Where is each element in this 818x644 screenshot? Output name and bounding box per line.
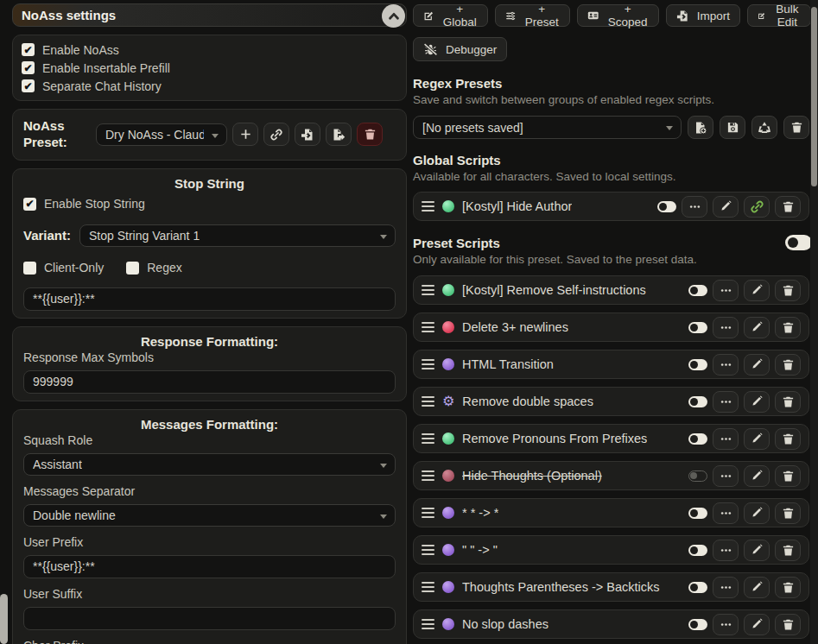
checkbox-checked-icon[interactable]: ✔ (23, 198, 36, 211)
script-edit-button[interactable] (744, 540, 770, 561)
client-only-option[interactable]: Client-Only (23, 259, 104, 277)
script-enable-toggle[interactable] (657, 201, 676, 212)
script-delete-button[interactable] (775, 391, 801, 413)
script-delete-button[interactable] (775, 196, 801, 218)
script-more-button[interactable] (713, 354, 739, 376)
script-edit-button[interactable] (744, 391, 770, 413)
variant-select[interactable]: Stop String Variant 1 (79, 224, 396, 247)
drag-handle-icon[interactable] (422, 545, 434, 555)
checkbox-checked-icon[interactable]: ✔ (22, 43, 35, 56)
right-scrollbar-track[interactable] (810, 0, 818, 644)
user-prefix-input[interactable] (23, 555, 396, 578)
script-enable-toggle[interactable] (688, 545, 707, 556)
debugger-button[interactable]: Debugger (413, 37, 507, 61)
link-preset-button[interactable] (263, 123, 289, 146)
script-delete-button[interactable] (775, 540, 801, 561)
script-more-button[interactable] (713, 391, 739, 413)
preset-scripts-toggle[interactable] (785, 235, 812, 250)
script-more-button[interactable] (713, 577, 739, 598)
script-delete-button[interactable] (775, 502, 801, 524)
drag-handle-icon[interactable] (422, 322, 434, 332)
save-regex-preset-button[interactable] (720, 116, 745, 139)
drag-handle-icon[interactable] (422, 582, 434, 592)
script-edit-button[interactable] (744, 428, 770, 450)
script-more-button[interactable] (713, 465, 739, 487)
delete-regex-preset-button[interactable] (783, 116, 809, 139)
regex-option[interactable]: Regex (126, 259, 181, 277)
script-more-button[interactable] (682, 196, 707, 218)
script-link-button[interactable] (744, 196, 770, 218)
separate-chat-history-option[interactable]: ✔ Separate Chat History (22, 77, 397, 95)
checkbox-unchecked-icon[interactable] (126, 262, 139, 275)
script-enable-toggle[interactable] (688, 582, 707, 593)
script-enable-toggle[interactable] (688, 396, 707, 407)
drag-handle-icon[interactable] (422, 470, 434, 481)
script-edit-button[interactable] (744, 354, 770, 376)
script-edit-button[interactable] (744, 502, 770, 524)
response-max-symbols-input[interactable] (23, 370, 396, 394)
script-delete-button[interactable] (775, 280, 801, 301)
add-global-button[interactable]: + Global (413, 4, 488, 27)
drag-handle-icon[interactable] (422, 201, 434, 212)
left-scrollbar-thumb[interactable] (0, 594, 8, 644)
drag-handle-icon[interactable] (422, 619, 434, 629)
squash-role-select[interactable]: Assistant (23, 453, 396, 476)
preset-scripts-list: [Kostyl] Remove Self-instructions Delete… (413, 275, 809, 639)
import-scripts-button[interactable]: Import (666, 4, 740, 27)
restore-regex-preset-button[interactable] (751, 116, 777, 139)
stop-string-input[interactable] (23, 287, 396, 311)
script-enable-toggle[interactable] (688, 285, 707, 296)
checkbox-unchecked-icon[interactable] (23, 262, 36, 275)
export-preset-button[interactable] (326, 123, 352, 146)
script-delete-button[interactable] (775, 614, 801, 635)
script-more-button[interactable] (713, 540, 739, 561)
drag-handle-icon[interactable] (422, 285, 434, 295)
enable-noass-option[interactable]: ✔ Enable NoAss (22, 41, 397, 59)
checkbox-checked-icon[interactable]: ✔ (22, 61, 35, 74)
script-more-button[interactable] (713, 428, 739, 450)
drag-handle-icon[interactable] (422, 433, 434, 444)
regex-preset-select[interactable]: [No presets saved] (413, 116, 682, 139)
bulk-edit-button[interactable]: Bulk Edit (747, 4, 811, 27)
script-delete-button[interactable] (775, 354, 801, 376)
user-suffix-input[interactable] (23, 607, 396, 630)
script-delete-button[interactable] (775, 577, 801, 598)
new-regex-preset-button[interactable] (688, 116, 713, 139)
script-edit-button[interactable] (744, 577, 770, 598)
messages-separator-select[interactable]: Double newline (23, 504, 396, 527)
drag-handle-icon[interactable] (422, 396, 434, 407)
script-enable-toggle[interactable] (688, 470, 707, 482)
script-edit-button[interactable] (744, 280, 770, 301)
script-enable-toggle[interactable] (688, 322, 707, 333)
script-delete-button[interactable] (775, 317, 801, 338)
script-more-button[interactable] (713, 280, 739, 301)
script-more-button[interactable] (713, 317, 739, 338)
script-delete-button[interactable] (775, 465, 801, 487)
script-enable-toggle[interactable] (688, 619, 707, 630)
drag-handle-icon[interactable] (422, 508, 434, 518)
collapse-button[interactable] (382, 4, 405, 28)
new-preset-button[interactable] (232, 123, 258, 146)
script-edit-button[interactable] (744, 465, 770, 487)
enable-insertable-prefill-option[interactable]: ✔ Enable Insertable Prefill (22, 59, 397, 77)
script-enable-toggle[interactable] (688, 433, 707, 445)
script-edit-button[interactable] (713, 196, 739, 218)
script-delete-button[interactable] (775, 428, 801, 450)
script-more-button[interactable] (713, 614, 739, 635)
script-enable-toggle[interactable] (688, 359, 707, 370)
trash-icon (782, 432, 795, 445)
import-preset-button[interactable] (295, 123, 320, 146)
script-edit-button[interactable] (744, 614, 770, 635)
checkbox-checked-icon[interactable]: ✔ (22, 79, 35, 92)
add-preset-button[interactable]: + Preset (495, 4, 570, 27)
noass-settings-header[interactable]: NoAss settings (12, 3, 407, 27)
drag-handle-icon[interactable] (422, 359, 434, 369)
noass-preset-select[interactable]: Dry NoAss - Claude (96, 123, 227, 146)
add-scoped-button[interactable]: + Scoped (577, 4, 659, 27)
delete-preset-button[interactable] (357, 123, 383, 146)
script-enable-toggle[interactable] (688, 508, 707, 519)
script-edit-button[interactable] (744, 317, 770, 338)
right-scrollbar-thumb[interactable] (811, 7, 817, 186)
enable-stop-string-option[interactable]: ✔ Enable Stop String (23, 195, 396, 213)
script-more-button[interactable] (713, 502, 739, 524)
